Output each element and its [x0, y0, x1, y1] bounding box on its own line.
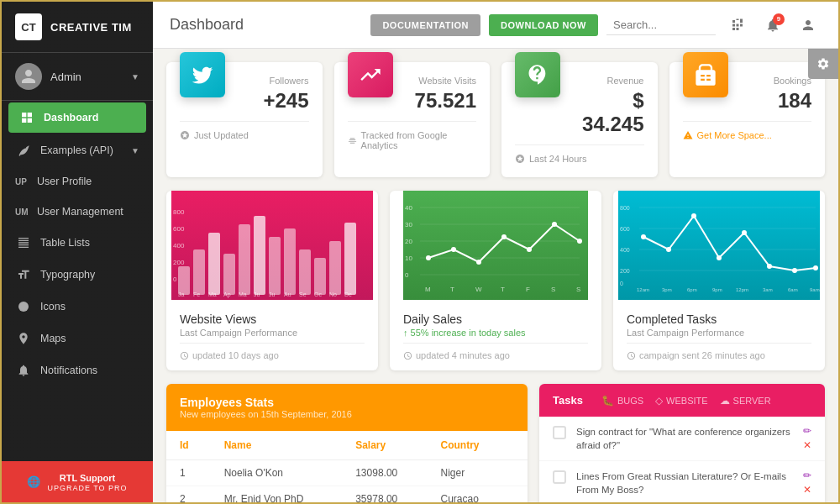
- task-edit-button[interactable]: ✏: [803, 425, 811, 437]
- svg-point-46: [527, 247, 532, 252]
- svg-text:3pm: 3pm: [662, 287, 672, 292]
- nav-list: Dashboard Examples (API) ▼ UP User Profi…: [2, 101, 153, 461]
- svg-text:200: 200: [620, 268, 630, 274]
- download-button[interactable]: DOWNLOAD NOW: [489, 14, 598, 36]
- chart-footer-text: updated 10 days ago: [192, 350, 279, 360]
- svg-text:12pm: 12pm: [736, 287, 748, 292]
- svg-text:W: W: [475, 286, 482, 293]
- task-text: Lines From Great Russian Literature? Or …: [576, 470, 796, 496]
- sidebar-item-typography[interactable]: Typography: [2, 259, 153, 291]
- svg-point-0: [18, 302, 29, 312]
- cell-id: 2: [166, 486, 211, 503]
- settings-fab[interactable]: [808, 49, 838, 79]
- svg-rect-4: [208, 233, 220, 295]
- svg-text:M: M: [425, 286, 431, 293]
- nav-prefix: UM: [15, 207, 30, 217]
- website-views-chart: 800 600 400 200 0 Ja Fe Ma Ap Ma Ju Ju A…: [166, 191, 378, 300]
- avatar: [15, 63, 42, 90]
- chart-card-daily-sales: 40 30 20 10 0: [390, 191, 601, 370]
- tasks-tab-bugs[interactable]: 🐛 BUGS: [601, 395, 643, 407]
- documentation-button[interactable]: DOCUMENTATION: [370, 14, 480, 36]
- stat-value: 184: [740, 89, 812, 113]
- task-checkbox-2[interactable]: [553, 470, 566, 484]
- svg-rect-5: [223, 254, 235, 295]
- tasks-tab-website[interactable]: ◇ WEBSITE: [655, 395, 708, 407]
- col-header-id: Id: [166, 431, 211, 460]
- user-section[interactable]: Admin ▼: [2, 53, 153, 101]
- completed-tasks-chart: 800 600 400 200 0: [613, 191, 825, 300]
- apps-icon-button[interactable]: [724, 12, 751, 39]
- logo-abbr: CT: [21, 21, 35, 34]
- cloud-icon: ☁: [720, 395, 730, 407]
- svg-text:Ma: Ma: [239, 291, 247, 297]
- task-actions: ✏ ✕: [803, 470, 811, 496]
- sidebar-item-user-profile[interactable]: UP User Profile: [2, 166, 153, 197]
- svg-point-68: [691, 213, 696, 218]
- icons-icon: [15, 300, 32, 313]
- sidebar-item-table-lists[interactable]: Table Lists: [2, 227, 153, 259]
- svg-point-71: [767, 264, 772, 269]
- website-icon: ◇: [655, 395, 663, 407]
- stat-footer-text: Tracked from Google Analytics: [361, 130, 476, 150]
- table-row: 2 Mr. Enid Von PhD 35978.00 Curaçao: [166, 486, 528, 503]
- sidebar-item-maps[interactable]: Maps: [2, 323, 153, 354]
- employee-header-sub: New employees on 15th September, 2016: [180, 409, 514, 419]
- employee-card: Employees Stats New employees on 15th Se…: [166, 384, 528, 502]
- stat-footer: Get More Space...: [683, 121, 812, 140]
- svg-text:T: T: [450, 286, 454, 293]
- svg-point-44: [476, 260, 481, 265]
- stat-footer-text: Just Updated: [194, 130, 249, 140]
- svg-rect-11: [314, 258, 326, 295]
- task-edit-button[interactable]: ✏: [803, 470, 811, 481]
- svg-text:Au: Au: [284, 291, 291, 297]
- tasks-tab-server[interactable]: ☁ SERVER: [720, 395, 771, 407]
- bookings-icon: [683, 52, 728, 97]
- svg-text:800: 800: [173, 208, 185, 216]
- svg-text:0: 0: [620, 281, 623, 286]
- stat-footer: Tracked from Google Analytics: [348, 121, 477, 150]
- bugs-icon: 🐛: [601, 395, 614, 407]
- svg-text:20: 20: [405, 238, 412, 245]
- col-header-salary: Salary: [342, 431, 427, 460]
- revenue-icon: [515, 52, 560, 97]
- nav-prefix: UP: [15, 177, 30, 186]
- svg-text:De: De: [344, 291, 352, 297]
- chart-footer-text: updated 4 minutes ago: [416, 350, 510, 360]
- sidebar-item-examples[interactable]: Examples (API) ▼: [2, 134, 153, 166]
- svg-rect-3: [193, 249, 205, 295]
- app-container: CT CREATIVE TIM Admin ▼: [0, 0, 840, 504]
- svg-text:30: 30: [405, 221, 412, 228]
- sidebar-item-label: Dashboard: [44, 112, 136, 123]
- stat-value: +245: [237, 89, 309, 113]
- svg-rect-8: [269, 237, 281, 295]
- stat-label: Website Visits: [405, 76, 477, 86]
- stat-card-bookings: Bookings 184 Get More Space...: [669, 62, 826, 177]
- svg-rect-13: [344, 223, 356, 295]
- notifications-icon-button[interactable]: 9: [759, 12, 786, 39]
- sidebar-item-user-management[interactable]: UM User Management: [2, 197, 153, 227]
- task-delete-button[interactable]: ✕: [803, 484, 811, 496]
- typography-icon: [15, 268, 32, 281]
- employee-header: Employees Stats New employees on 15th Se…: [166, 384, 528, 431]
- svg-point-42: [426, 255, 431, 260]
- svg-text:0: 0: [405, 271, 409, 279]
- search-input[interactable]: [606, 15, 716, 35]
- svg-text:3am: 3am: [763, 287, 773, 292]
- svg-rect-6: [239, 224, 250, 295]
- upgrade-button[interactable]: 🌐 RTL Support UPGRADE TO PRO: [2, 461, 153, 502]
- cell-id: 1: [166, 460, 211, 486]
- svg-text:F: F: [526, 286, 530, 293]
- sidebar-item-dashboard[interactable]: Dashboard: [8, 102, 146, 133]
- user-icon-button[interactable]: [795, 12, 822, 39]
- tasks-tab-label: WEBSITE: [666, 396, 708, 406]
- globe-icon: 🌐: [27, 475, 40, 488]
- task-checkbox-1[interactable]: [553, 426, 566, 439]
- svg-text:Ju: Ju: [254, 291, 260, 297]
- svg-point-69: [717, 255, 722, 260]
- svg-rect-7: [254, 216, 265, 295]
- sidebar-item-notifications[interactable]: Notifications: [2, 354, 153, 386]
- task-delete-button[interactable]: ✕: [803, 439, 811, 451]
- leaf-icon: [15, 144, 32, 157]
- examples-arrow: ▼: [131, 146, 139, 155]
- sidebar-item-icons[interactable]: Icons: [2, 291, 153, 323]
